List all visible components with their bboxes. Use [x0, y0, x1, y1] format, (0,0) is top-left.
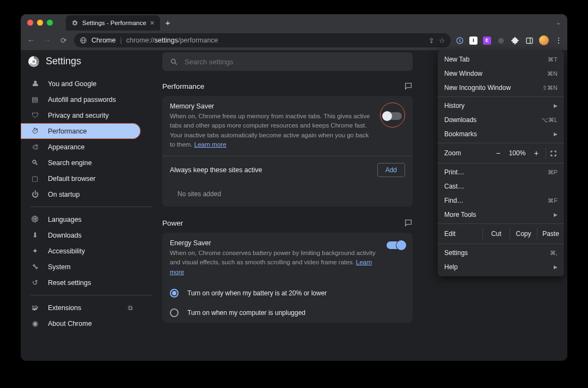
menu-cut[interactable]: Cut — [482, 228, 510, 240]
wrench-icon: 🔧︎ — [30, 263, 39, 271]
energy-saver-toggle[interactable] — [387, 241, 405, 249]
sidebar-item-extensions[interactable]: 🧩︎Extensions⧉ — [21, 300, 140, 316]
external-link-icon: ⧉ — [128, 304, 133, 312]
always-keep-label: Always keep these sites active — [170, 166, 370, 174]
new-tab-button[interactable]: + — [166, 18, 170, 27]
zoom-out-button[interactable]: − — [491, 147, 505, 159]
sidebar-item-you-google[interactable]: 👤︎You and Google — [21, 76, 140, 92]
extension-icon-3[interactable]: E — [483, 37, 491, 45]
menu-downloads[interactable]: Downloads⌥⌘L — [438, 113, 564, 127]
paint-icon: 🎨︎ — [30, 143, 39, 151]
menu-zoom: Zoom − 100% + — [438, 145, 564, 161]
menu-new-tab[interactable]: New Tab⌘T — [438, 52, 564, 66]
sidebar-item-performance[interactable]: ⏱︎Performance — [21, 123, 140, 139]
chrome-menu-button[interactable]: ⋮ — [554, 36, 563, 45]
profile-avatar[interactable] — [539, 35, 549, 45]
browser-window: Settings - Performance × + ⌄ ← → ⟳ Chrom… — [21, 14, 567, 361]
power-icon: ⏻ — [30, 190, 39, 198]
download-icon: ⬇︎ — [30, 231, 39, 239]
memory-saver-title: Memory Saver — [170, 102, 372, 110]
forward-button[interactable]: → — [41, 36, 53, 45]
accessibility-icon: ✦ — [30, 247, 39, 255]
extension-icons: I E ◎ ⋮ — [455, 35, 563, 45]
menu-edit: Edit Cut Copy Paste — [438, 226, 564, 242]
feedback-button-2[interactable] — [404, 219, 413, 227]
autofill-icon: ▤ — [30, 95, 39, 104]
energy-saver-desc: When on, Chrome conserves battery power … — [170, 248, 379, 277]
settings-search[interactable] — [162, 52, 413, 71]
add-site-button[interactable]: Add — [377, 163, 405, 177]
browser-icon: ▢ — [30, 174, 39, 183]
chrome-icon: ◉ — [30, 319, 39, 328]
menu-find[interactable]: Find…⌘F — [438, 193, 564, 208]
sidebar: Settings 👤︎You and Google ▤Autofill and … — [21, 50, 162, 361]
menu-cast[interactable]: Cast… — [438, 179, 564, 193]
gear-icon — [71, 20, 78, 27]
minimize-window-button[interactable] — [37, 20, 43, 26]
back-button[interactable]: ← — [25, 36, 37, 45]
memory-saver-learn-more[interactable]: Learn more — [194, 141, 226, 148]
menu-new-incognito[interactable]: New Incognito Window⇧⌘N — [438, 81, 564, 95]
chrome-menu: New Tab⌘T New Window⌘N New Incognito Win… — [438, 50, 564, 276]
energy-saver-card: Energy Saver When on, Chrome conserves b… — [162, 233, 413, 323]
browser-tab[interactable]: Settings - Performance × — [66, 15, 160, 31]
menu-settings[interactable]: Settings⌘, — [438, 246, 564, 260]
sidebar-item-default-browser[interactable]: ▢Default browser — [21, 171, 140, 186]
sidebar-item-autofill[interactable]: ▤Autofill and passwords — [21, 92, 140, 107]
tab-title: Settings - Performance — [82, 20, 146, 26]
sidepanel-button[interactable] — [525, 36, 534, 45]
feedback-button[interactable] — [404, 82, 413, 90]
menu-copy[interactable]: Copy — [510, 228, 537, 240]
settings-search-input[interactable] — [185, 58, 405, 66]
energy-radio-2[interactable]: Turn on when my computer is unplugged — [162, 303, 413, 323]
zoom-in-button[interactable]: + — [529, 147, 543, 159]
menu-bookmarks[interactable]: Bookmarks▶ — [438, 127, 564, 141]
extension-icon-1[interactable] — [455, 36, 464, 45]
puzzle-icon: 🧩︎ — [30, 304, 39, 312]
radio-unselected-icon — [170, 308, 179, 317]
tab-close-button[interactable]: × — [150, 19, 155, 27]
power-header: Power — [162, 219, 413, 227]
menu-new-window[interactable]: New Window⌘N — [438, 66, 564, 81]
omnibox[interactable]: Chrome | chrome://settings/performance ⇪… — [74, 33, 451, 47]
sidebar-item-reset[interactable]: ↺Reset settings — [21, 275, 140, 290]
performance-header: Performance — [162, 82, 413, 90]
sidebar-item-downloads[interactable]: ⬇︎Downloads — [21, 227, 140, 243]
titlebar: Settings - Performance × + ⌄ — [21, 14, 567, 31]
menu-print[interactable]: Print…⌘P — [438, 165, 564, 179]
toolbar: ← → ⟳ Chrome | chrome://settings/perform… — [21, 31, 567, 50]
reload-button[interactable]: ⟳ — [58, 36, 70, 45]
sidebar-item-appearance[interactable]: 🎨︎Appearance — [21, 139, 140, 155]
speedometer-icon: ⏱︎ — [30, 127, 39, 135]
memory-saver-toggle[interactable] — [383, 112, 402, 120]
extension-icon-2[interactable]: I — [469, 37, 477, 45]
sidebar-item-search-engine[interactable]: 🔍︎Search engine — [21, 155, 140, 171]
svg-line-7 — [175, 63, 176, 64]
menu-paste[interactable]: Paste — [537, 228, 564, 240]
tab-search-button[interactable]: ⌄ — [556, 19, 561, 26]
sidebar-header: Settings — [21, 52, 162, 75]
sidebar-item-languages[interactable]: 🌐︎Languages — [21, 211, 140, 227]
fullscreen-button[interactable] — [546, 147, 561, 159]
close-window-button[interactable] — [27, 20, 33, 26]
svg-point-6 — [171, 59, 176, 63]
extension-icon-4[interactable]: ◎ — [497, 36, 505, 45]
sidebar-item-privacy[interactable]: 🛡︎Privacy and security — [21, 107, 140, 123]
bookmark-icon[interactable]: ☆ — [439, 37, 445, 45]
sidebar-item-startup[interactable]: ⏻On startup — [21, 186, 140, 202]
sidebar-item-accessibility[interactable]: ✦Accessibility — [21, 243, 140, 259]
menu-history[interactable]: History▶ — [438, 99, 564, 113]
search-icon: 🔍︎ — [30, 159, 39, 167]
extensions-button[interactable] — [511, 36, 519, 45]
menu-more-tools[interactable]: More Tools▶ — [438, 208, 564, 222]
window-controls — [27, 20, 53, 26]
energy-radio-1[interactable]: Turn on only when my battery is at 20% o… — [162, 283, 413, 303]
globe-icon: 🌐︎ — [30, 215, 39, 223]
menu-help[interactable]: Help▶ — [438, 260, 564, 274]
shield-icon: 🛡︎ — [30, 111, 39, 119]
sidebar-item-about[interactable]: ◉About Chrome — [21, 316, 140, 331]
sidebar-item-system[interactable]: 🔧︎System — [21, 259, 140, 275]
share-icon[interactable]: ⇪ — [428, 37, 434, 45]
svg-rect-4 — [526, 38, 532, 43]
maximize-window-button[interactable] — [47, 20, 53, 26]
